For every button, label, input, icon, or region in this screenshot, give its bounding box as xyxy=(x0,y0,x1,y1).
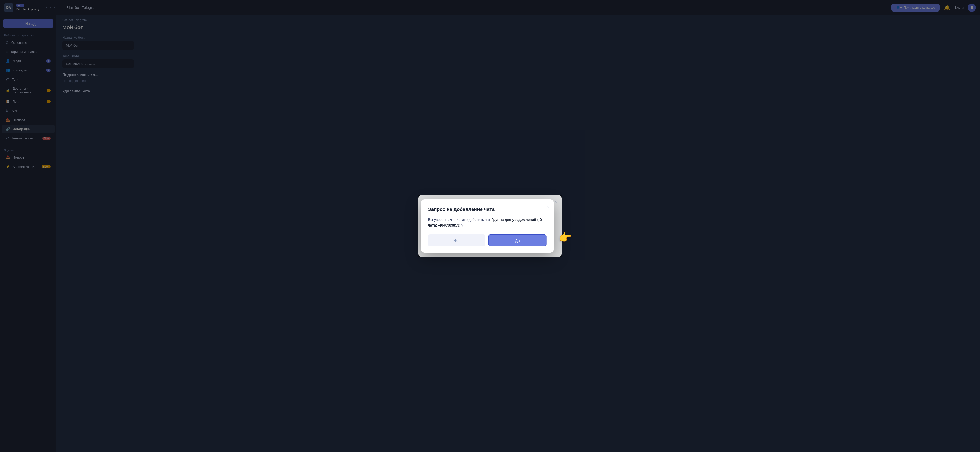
confirm-dialog: Запрос на добавление чата × Вы уверены, … xyxy=(421,200,554,252)
add-chat-close-button[interactable]: × xyxy=(554,200,557,205)
overlay: Добавление чата × Способ 1 Способ 2 1. С… xyxy=(56,15,980,452)
yes-button[interactable]: Да xyxy=(488,235,547,246)
confirm-buttons: Нет Да xyxy=(428,235,547,246)
confirm-prefix: Вы уверены, что хотите добавить чат xyxy=(428,217,492,222)
main-layout: ← Назад Рабочее пространство ⊙ Основные … xyxy=(0,15,980,452)
no-button[interactable]: Нет xyxy=(428,235,485,246)
confirm-close-button[interactable]: × xyxy=(546,204,549,209)
hand-pointer: 👉 xyxy=(558,231,572,244)
main-content: Чат-бот Telegram / ... Мой бот Название … xyxy=(56,15,980,452)
confirm-title: Запрос на добавление чата xyxy=(428,206,547,212)
confirm-chat-name: Группа для уведомлений xyxy=(491,217,536,222)
confirm-suffix: ? xyxy=(460,224,463,228)
confirm-text: Вы уверены, что хотите добавить чат Груп… xyxy=(428,217,547,228)
